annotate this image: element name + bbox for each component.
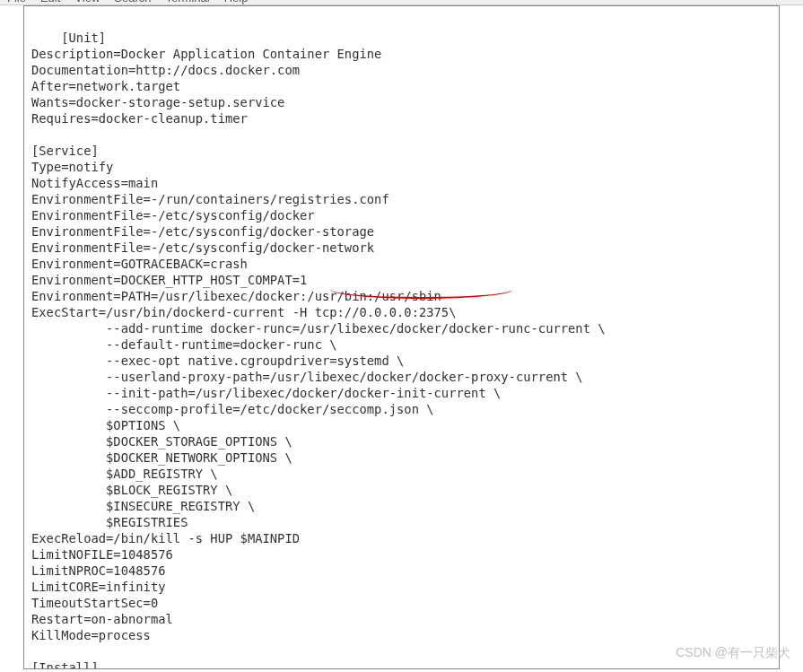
menu-item-edit[interactable]: Edit bbox=[40, 0, 60, 4]
menu-item-view[interactable]: View bbox=[74, 0, 100, 4]
menu-item-file[interactable]: File bbox=[7, 0, 26, 4]
menu-item-terminal[interactable]: Terminal bbox=[166, 0, 210, 4]
menu-item-help[interactable]: Help bbox=[224, 0, 249, 4]
menu-item-search[interactable]: Search bbox=[114, 0, 151, 4]
red-underline-annotation bbox=[331, 290, 512, 299]
terminal-content[interactable]: [Unit] Description=Docker Application Co… bbox=[24, 6, 779, 669]
terminal-window: [Unit] Description=Docker Application Co… bbox=[23, 5, 780, 669]
